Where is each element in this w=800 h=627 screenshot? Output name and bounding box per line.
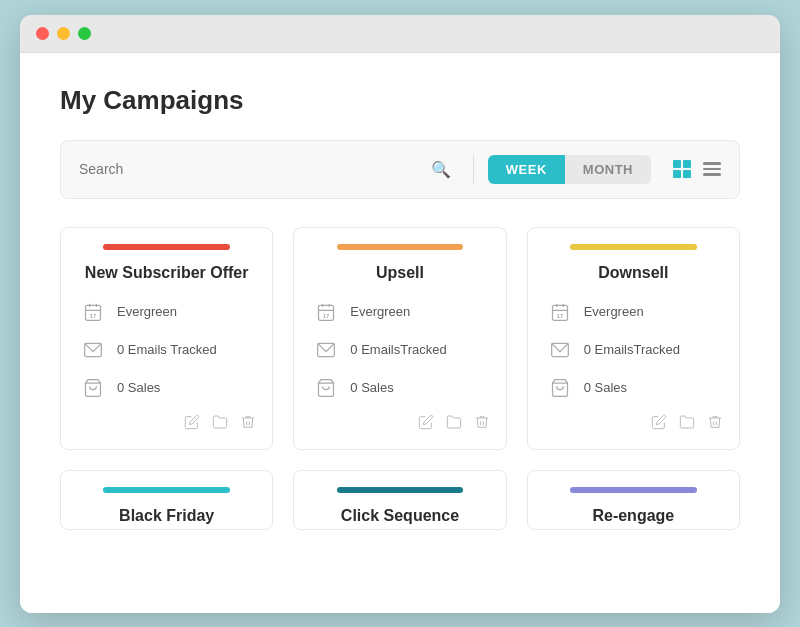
card-title: Click Sequence (310, 507, 489, 525)
trash-icon[interactable] (474, 414, 490, 433)
email-icon (79, 336, 107, 364)
search-icon: 🔍 (431, 160, 451, 179)
stat-row-emails: 0 EmailsTracked (312, 336, 487, 364)
edit-icon[interactable] (418, 414, 434, 433)
campaign-card-black-friday: Black Friday (60, 470, 273, 530)
sales-count: 0 Sales (584, 380, 627, 395)
minimize-button[interactable] (57, 27, 70, 40)
edit-icon[interactable] (184, 414, 200, 433)
campaign-card-downsell: Downsell 17 Evergreen 0 EmailsTracked (527, 227, 740, 450)
card-title: Re-engage (544, 507, 723, 525)
cart-icon (312, 374, 340, 402)
toolbar: 🔍 WEEK MONTH (60, 140, 740, 199)
main-content: My Campaigns 🔍 WEEK MONTH (20, 53, 780, 613)
card-title: New Subscriber Offer (77, 264, 256, 282)
list-view-button[interactable] (703, 162, 721, 176)
calendar-icon: 17 (312, 298, 340, 326)
campaign-type: Evergreen (350, 304, 410, 319)
card-accent-bar (337, 487, 464, 493)
stat-row-type: 17 Evergreen (546, 298, 721, 326)
card-accent-bar (103, 487, 230, 493)
app-window: My Campaigns 🔍 WEEK MONTH (20, 15, 780, 613)
toolbar-divider (473, 155, 474, 183)
stat-row-sales: 0 Sales (79, 374, 254, 402)
stat-row-sales: 0 Sales (546, 374, 721, 402)
stat-row-type: 17 Evergreen (312, 298, 487, 326)
trash-icon[interactable] (707, 414, 723, 433)
maximize-button[interactable] (78, 27, 91, 40)
campaign-card-click-sequence: Click Sequence (293, 470, 506, 530)
stat-row-sales: 0 Sales (312, 374, 487, 402)
search-wrapper: 🔍 (79, 161, 459, 177)
card-actions (528, 402, 739, 437)
svg-text:17: 17 (323, 312, 329, 318)
campaign-card-new-subscriber-offer: New Subscriber Offer 17 Evergreen 0 Emai… (60, 227, 273, 450)
card-accent-bar (570, 244, 697, 250)
folder-icon[interactable] (212, 414, 228, 433)
email-icon (546, 336, 574, 364)
page-title: My Campaigns (60, 85, 740, 116)
campaign-type: Evergreen (584, 304, 644, 319)
stat-row-emails: 0 Emails Tracked (79, 336, 254, 364)
view-toggle (673, 160, 721, 178)
cart-icon (546, 374, 574, 402)
sales-count: 0 Sales (117, 380, 160, 395)
edit-icon[interactable] (651, 414, 667, 433)
card-accent-bar (103, 244, 230, 250)
card-stats: 17 Evergreen 0 EmailsTracked (528, 298, 739, 402)
card-actions (61, 402, 272, 437)
calendar-icon: 17 (546, 298, 574, 326)
folder-icon[interactable] (679, 414, 695, 433)
grid-view-button[interactable] (673, 160, 691, 178)
card-accent-bar (337, 244, 464, 250)
trash-icon[interactable] (240, 414, 256, 433)
close-button[interactable] (36, 27, 49, 40)
svg-text:17: 17 (90, 312, 96, 318)
emails-tracked: 0 EmailsTracked (584, 342, 680, 357)
campaigns-grid: New Subscriber Offer 17 Evergreen 0 Emai… (60, 227, 740, 530)
card-stats: 17 Evergreen 0 Emails Tracked (61, 298, 272, 402)
stat-row-type: 17 Evergreen (79, 298, 254, 326)
month-filter-button[interactable]: MONTH (565, 155, 651, 184)
svg-text:17: 17 (556, 312, 562, 318)
campaign-type: Evergreen (117, 304, 177, 319)
card-title: Upsell (310, 264, 489, 282)
stat-row-emails: 0 EmailsTracked (546, 336, 721, 364)
cart-icon (79, 374, 107, 402)
titlebar (20, 15, 780, 53)
campaign-card-upsell: Upsell 17 Evergreen 0 EmailsTracked (293, 227, 506, 450)
email-icon (312, 336, 340, 364)
search-input[interactable] (79, 161, 459, 177)
card-stats: 17 Evergreen 0 EmailsTracked (294, 298, 505, 402)
card-title: Black Friday (77, 507, 256, 525)
week-filter-button[interactable]: WEEK (488, 155, 565, 184)
card-actions (294, 402, 505, 437)
time-filter-group: WEEK MONTH (488, 155, 651, 184)
card-accent-bar (570, 487, 697, 493)
sales-count: 0 Sales (350, 380, 393, 395)
emails-tracked: 0 EmailsTracked (350, 342, 446, 357)
emails-tracked: 0 Emails Tracked (117, 342, 217, 357)
calendar-icon: 17 (79, 298, 107, 326)
campaign-card-re-engage: Re-engage (527, 470, 740, 530)
card-title: Downsell (544, 264, 723, 282)
folder-icon[interactable] (446, 414, 462, 433)
